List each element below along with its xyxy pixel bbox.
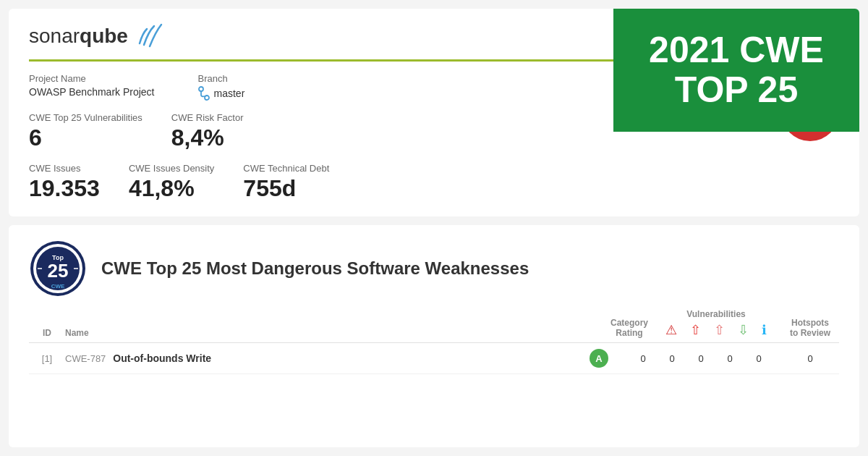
logo-container: sonarqube xyxy=(29,23,163,49)
col-header-vulnerabilities: Vulnerabilities ⚠ ⇧ ⇧ ⇩ ℹ xyxy=(665,309,767,338)
info-icon: ℹ xyxy=(762,322,767,338)
risk-factor-metric: CWE Risk Factor 8,4% xyxy=(171,112,244,151)
project-name-value: OWASP Benchmark Project xyxy=(29,86,155,98)
issues-density-metric: CWE Issues Density 41,8% xyxy=(129,163,214,202)
cell-id: [1] xyxy=(29,353,65,364)
risk-factor-value: 8,4% xyxy=(171,124,244,151)
branch-icon xyxy=(198,86,210,101)
cell-major: 0 xyxy=(693,353,709,364)
col-header-cat-rating-label: CategoryRating xyxy=(610,318,648,338)
cwe25-title: CWE Top 25 Most Dangerous Software Weakn… xyxy=(101,258,529,279)
cwe25-logo-icon: Top 25 CWE xyxy=(29,240,87,297)
vulnerabilities-value: 6 xyxy=(29,124,142,151)
rating-value: A xyxy=(595,353,602,364)
badge-line1: 2021 CWE xyxy=(649,30,824,70)
bottom-card-header: Top 25 CWE CWE Top 25 Most Dangerous Sof… xyxy=(29,240,839,297)
row-name-text: Out-of-bounds Write xyxy=(113,352,211,364)
technical-debt-value: 755d xyxy=(243,175,329,202)
project-name-field: Project Name OWASP Benchmark Project xyxy=(29,73,155,98)
technical-debt-metric: CWE Technical Debt 755d xyxy=(243,163,329,202)
blocker-icon: ⚠ xyxy=(665,322,677,338)
cell-blocker: 0 xyxy=(635,353,651,364)
project-name-label: Project Name xyxy=(29,73,155,84)
cell-minor: 0 xyxy=(722,353,738,364)
row-cwe-id: CWE-787 xyxy=(65,353,106,364)
major-icon: ⇧ xyxy=(714,322,725,338)
cwe-badge-overlay: 2021 CWE TOP 25 xyxy=(613,9,859,132)
cell-critical: 0 xyxy=(664,353,680,364)
main-container: 2021 CWE TOP 25 sonarqube 20 Project Na xyxy=(0,0,868,456)
bottom-card: Top 25 CWE CWE Top 25 Most Dangerous Sof… xyxy=(9,225,859,447)
cell-name: CWE-787 Out-of-bounds Write xyxy=(65,352,563,364)
technical-debt-label: CWE Technical Debt xyxy=(243,163,329,174)
svg-text:CWE: CWE xyxy=(51,283,65,290)
branch-field: Branch master xyxy=(198,73,245,101)
cell-info: 0 xyxy=(751,353,767,364)
vulnerabilities-label: CWE Top 25 Vulnerabilities xyxy=(29,112,142,123)
minor-icon: ⇩ xyxy=(738,322,749,338)
vulnerabilities-metric: CWE Top 25 Vulnerabilities 6 xyxy=(29,112,142,151)
top-card: 2021 CWE TOP 25 sonarqube 20 Project Na xyxy=(9,9,859,216)
svg-text:25: 25 xyxy=(48,260,69,282)
col-header-vuln-icons: ⚠ ⇧ ⇧ ⇩ ℹ xyxy=(665,322,767,338)
col-header-hotspots: Hotspotsto Review xyxy=(781,318,839,338)
col-header-id: ID xyxy=(29,328,65,338)
branch-value-row: master xyxy=(198,86,245,101)
table-container: ID Name CategoryRating Vulnerabilities ⚠… xyxy=(29,309,839,374)
logo-waves-icon xyxy=(134,23,163,49)
issues-metric: CWE Issues 19.353 xyxy=(29,163,100,202)
cell-vulns: 0 0 0 0 0 xyxy=(635,353,767,364)
col-header-vulns-label: Vulnerabilities xyxy=(686,309,746,319)
col-header-category-rating: CategoryRating xyxy=(593,318,665,338)
col-header-name: Name xyxy=(65,328,593,338)
cell-cat-rating: A xyxy=(563,349,635,368)
branch-label: Branch xyxy=(198,73,245,84)
badge-line2: TOP 25 xyxy=(675,70,798,110)
critical-icon: ⇧ xyxy=(690,322,701,338)
issues-density-value: 41,8% xyxy=(129,175,214,202)
table-row: [1] CWE-787 Out-of-bounds Write A 0 0 0 … xyxy=(29,343,839,374)
issues-label: CWE Issues xyxy=(29,163,100,174)
col-header-hotspots-label: Hotspotsto Review xyxy=(790,318,830,338)
svg-point-0 xyxy=(199,87,203,91)
branch-name: master xyxy=(214,88,245,99)
issues-density-label: CWE Issues Density xyxy=(129,163,214,174)
issues-value: 19.353 xyxy=(29,175,100,202)
cell-hotspots: 0 xyxy=(781,353,839,364)
risk-factor-label: CWE Risk Factor xyxy=(171,112,244,123)
logo-text: sonarqube xyxy=(29,25,128,48)
metrics-second-row: CWE Issues 19.353 CWE Issues Density 41,… xyxy=(29,163,839,202)
rating-badge: A xyxy=(590,349,608,368)
row-index: [1] xyxy=(42,353,52,364)
table-header-row: ID Name CategoryRating Vulnerabilities ⚠… xyxy=(29,309,839,343)
